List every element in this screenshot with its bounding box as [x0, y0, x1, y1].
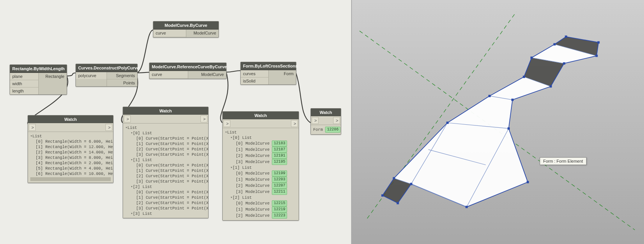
node-title: Rectangle.ByWidthLength	[10, 65, 67, 73]
svg-marker-3	[394, 123, 528, 207]
input-port-polycurve[interactable]: polycurve	[76, 72, 107, 79]
svg-rect-20	[531, 56, 533, 59]
viewport-3d[interactable]: Form : Form Element	[351, 0, 644, 244]
output-port-form[interactable]: Form	[269, 70, 296, 77]
svg-rect-9	[381, 195, 384, 197]
watch-content: List[0] List[0] Curve(StartPoint = Point…	[123, 124, 208, 218]
node-title: ModelCurve.ReferenceCurveByCurve	[150, 63, 226, 71]
watch-node-rectangles[interactable]: Watch > > List[0] Rectangle(Width = 6.00…	[28, 115, 113, 183]
node-deconstruct-polycurve[interactable]: Curves.DeconstructPolyCurve polycurve Se…	[76, 64, 138, 87]
svg-rect-25	[595, 54, 598, 57]
svg-rect-13	[446, 122, 449, 124]
watch-out-port[interactable]: >	[333, 117, 340, 124]
output-port-segments[interactable]: Segments	[107, 72, 138, 79]
watch-value-label: Form	[313, 127, 323, 132]
element-id-badge[interactable]: 12219	[272, 206, 287, 213]
svg-rect-17	[511, 99, 514, 101]
element-id-badge[interactable]: 12183	[272, 140, 287, 147]
element-id-badge[interactable]: 12215	[272, 200, 287, 206]
watch-in-port[interactable]: >	[124, 115, 131, 122]
svg-rect-10	[393, 177, 395, 180]
element-id-badge[interactable]: 12286	[325, 127, 340, 133]
node-modelcurve-referencecurve[interactable]: ModelCurve.ReferenceCurveByCurve curve M…	[149, 63, 227, 79]
element-id-badge[interactable]: 12203	[272, 176, 287, 183]
svg-rect-19	[527, 181, 529, 183]
output-port-modelcurve[interactable]: ModelCurve	[186, 30, 219, 36]
element-id-badge[interactable]: 12207	[272, 183, 287, 189]
svg-rect-11	[397, 202, 399, 204]
watch-title: Watch	[223, 112, 299, 119]
watch-out-port[interactable]: >	[291, 120, 298, 127]
selection-tooltip: Form : Form Element	[540, 157, 586, 165]
svg-rect-21	[550, 85, 552, 87]
element-id-badge[interactable]: 12223	[272, 213, 287, 219]
node-title: ModelCurve.ByCurve	[153, 21, 219, 30]
watch-content: List[0] List[0] ModelCurve12183[1] Model…	[223, 128, 299, 220]
node-modelcurve-bycurve[interactable]: ModelCurve.ByCurve curve ModelCurve	[153, 21, 219, 38]
watch-title: Watch	[28, 115, 113, 123]
output-port-modelcurve[interactable]: ModelCurve	[188, 71, 227, 78]
watch-node-modelcurves[interactable]: Watch > > List[0] List[0] ModelCurve1218…	[222, 111, 299, 221]
watch-out-port[interactable]: >	[105, 124, 112, 131]
element-id-badge[interactable]: 12199	[272, 170, 287, 176]
watch-in-port[interactable]: >	[312, 117, 319, 124]
svg-rect-24	[565, 36, 567, 38]
viewport-svg	[352, 0, 644, 244]
watch-title: Watch	[311, 109, 341, 116]
input-port-length[interactable]: length	[10, 87, 38, 94]
output-port-rectangle[interactable]: Rectangle	[39, 73, 67, 80]
watch-in-port[interactable]: >	[223, 120, 230, 127]
node-title: Curves.DeconstructPolyCurve	[76, 64, 137, 72]
watch-node-form[interactable]: Watch > > Form 12286	[310, 108, 341, 135]
element-id-badge[interactable]: 12211	[272, 189, 287, 195]
element-id-badge[interactable]: 12187	[272, 147, 287, 153]
node-form-byloftcrosssections[interactable]: Form.ByLoftCrossSections curves isSolid …	[240, 62, 296, 85]
element-id-badge[interactable]: 12191	[272, 153, 287, 159]
svg-rect-16	[508, 127, 510, 130]
input-port-curve[interactable]: curve	[150, 71, 188, 78]
input-port-curve[interactable]: curve	[153, 30, 186, 36]
input-port-plane[interactable]: plane	[10, 73, 38, 80]
input-port-curves[interactable]: curves	[241, 70, 268, 77]
output-port-points[interactable]: Points	[107, 79, 138, 86]
watch-node-curves[interactable]: Watch > > List[0] List[0] Curve(StartPoi…	[123, 107, 209, 218]
watch-content: Form 12286	[311, 125, 341, 134]
input-port-issolid[interactable]: isSolid	[241, 77, 268, 84]
watch-title: Watch	[123, 107, 208, 115]
element-id-badge[interactable]: 12195	[272, 159, 287, 165]
svg-rect-15	[488, 95, 491, 97]
svg-rect-18	[523, 76, 525, 78]
watch-in-port[interactable]: >	[29, 124, 36, 131]
svg-rect-12	[410, 183, 412, 185]
watch-out-port[interactable]: >	[200, 115, 207, 122]
svg-rect-14	[465, 206, 468, 208]
input-port-width[interactable]: width	[10, 80, 38, 87]
node-title: Form.ByLoftCrossSections	[241, 62, 296, 70]
svg-rect-23	[563, 62, 565, 64]
watch-content: List[0] Rectangle(Width = 6.000, Heigh[1…	[28, 132, 113, 183]
node-rectangle-bywidthlength[interactable]: Rectangle.ByWidthLength plane width leng…	[10, 64, 67, 95]
graph-canvas[interactable]: Rectangle.ByWidthLength plane width leng…	[0, 0, 351, 244]
svg-rect-26	[597, 41, 600, 44]
svg-rect-22	[554, 43, 556, 46]
